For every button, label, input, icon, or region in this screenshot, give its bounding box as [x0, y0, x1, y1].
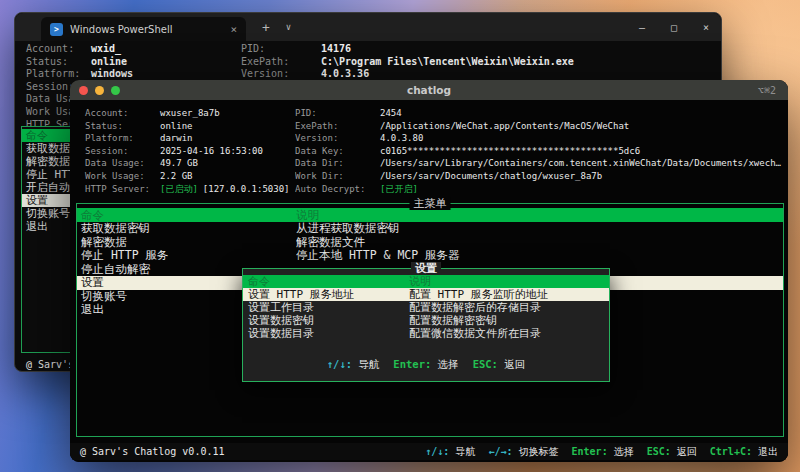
info-value: online — [160, 121, 193, 131]
info-value: C:\Program Files\Tencent\Weixin\Weixin.e… — [321, 56, 574, 67]
info-label: PID: — [241, 43, 321, 56]
menu-item-command: 获取数据密钥 — [77, 222, 296, 236]
minimize-traffic-light-icon[interactable] — [95, 86, 104, 95]
key-hint: ↑/↓: 导航 — [425, 445, 475, 459]
menu-item-description: 从进程获取数据密钥 — [296, 222, 783, 236]
settings-item-command: 设置数据密钥 — [243, 314, 409, 327]
key-name: ↑/↓: — [327, 358, 352, 370]
info-line: Version:4.0.3.36 — [241, 68, 721, 81]
close-traffic-light-icon[interactable] — [79, 86, 88, 95]
info-value: 2025-04-16 16:53:00 — [160, 146, 263, 156]
info-line: Platform:windows — [26, 68, 241, 81]
info-label: Data Key: — [295, 145, 380, 158]
info-value: wxid_ — [91, 43, 121, 54]
settings-dialog-header: 命令 说明 — [243, 275, 609, 288]
settings-item[interactable]: 设置 HTTP 服务地址配置 HTTP 服务监听的地址 — [243, 288, 609, 301]
info-line: PID:14176 — [241, 43, 721, 56]
settings-item[interactable]: 设置工作目录配置数据解密后的存储目录 — [243, 301, 609, 314]
info-value: /Applications/WeChat.app/Contents/MacOS/… — [380, 121, 629, 131]
info-label: PID: — [295, 107, 380, 120]
info-label: HTTP Server: — [85, 183, 160, 196]
key-name: ESC: — [473, 358, 498, 370]
status-enabled-badge: [已启动] — [160, 184, 198, 194]
powershell-tabbar: > Windows PowerShell × + ∨ – □ × — [15, 13, 721, 41]
zoom-traffic-light-icon[interactable] — [111, 86, 120, 95]
info-line: Account:wxuser_8a7b — [85, 107, 295, 120]
info-value: [127.0.0.1:5030] — [203, 184, 290, 194]
settings-item[interactable]: 设置数据目录配置微信数据文件所在目录 — [243, 327, 609, 340]
info-value: online — [91, 56, 127, 67]
info-line: PID:2454 — [295, 107, 788, 120]
main-menu-header: 命令 说明 — [77, 208, 783, 222]
info-value: wxuser_8a7b — [160, 108, 220, 118]
key-name: ESC: — [647, 446, 671, 457]
info-label: Work Usage: — [85, 170, 160, 183]
info-line: Auto Decrypt:[已开启] — [295, 183, 788, 196]
tab-windows-powershell[interactable]: > Windows PowerShell × — [41, 17, 246, 41]
status-key-hints: ↑/↓: 导航←/→: 切换标签Enter: 选择ESC: 返回Ctrl+C: … — [425, 445, 778, 459]
info-label: Status: — [85, 120, 160, 133]
info-label: Version: — [295, 132, 380, 145]
key-name: ↑/↓: — [425, 446, 449, 457]
info-value: darwin — [160, 133, 193, 143]
settings-item-command: 设置数据目录 — [243, 327, 409, 340]
info-label: ExePath: — [241, 56, 321, 69]
settings-item-description: 配置 HTTP 服务监听的地址 — [409, 288, 609, 301]
tab-close-icon[interactable]: × — [230, 23, 237, 36]
info-value: 49.7 GB — [160, 158, 198, 168]
info-label: Account: — [26, 43, 91, 56]
maximize-icon[interactable]: □ — [671, 22, 677, 33]
menu-item[interactable]: 解密数据解密数据文件 — [77, 236, 783, 250]
chatlog-window: chatlog ⌥⌘2 Account:wxuser_8a7bStatus:on… — [70, 80, 788, 462]
info-line: Data Dir:/Users/sarv/Library/Containers/… — [295, 157, 788, 170]
info-value: 4.0.3.80 — [380, 133, 423, 143]
chatlog-terminal-content: Account:wxuser_8a7bStatus:onlinePlatform… — [70, 100, 788, 462]
info-label: Session: — [85, 145, 160, 158]
info-line: Status:online — [85, 120, 295, 133]
close-icon[interactable]: × — [703, 22, 709, 33]
desktop-wallpaper: > Windows PowerShell × + ∨ – □ × Account… — [0, 0, 800, 472]
tab-dropdown-icon[interactable]: ∨ — [286, 22, 291, 32]
info-line: Version:4.0.3.80 — [295, 132, 788, 145]
menu-item-description: 停止本地 HTTP & MCP 服务器 — [296, 249, 783, 263]
settings-item-description: 配置微信数据文件所在目录 — [409, 327, 609, 340]
info-label: Auto Decrypt: — [295, 183, 380, 196]
column-command: 命令 — [243, 275, 409, 288]
settings-item-description: 配置数据解密后的存储目录 — [409, 301, 609, 314]
settings-item[interactable]: 设置数据密钥配置数据解密密钥 — [243, 314, 609, 327]
window-caption-buttons: – □ × — [639, 13, 709, 41]
powershell-icon: > — [50, 23, 63, 36]
info-line: Session:2025-04-16 16:53:00 — [85, 145, 295, 158]
minimize-icon[interactable]: – — [639, 22, 645, 33]
info-label: Work Dir: — [295, 170, 380, 183]
info-label: Account: — [85, 107, 160, 120]
menu-item-command: 解密数据 — [77, 236, 296, 250]
settings-item-description: 配置数据解密密钥 — [409, 314, 609, 327]
settings-item-command: 设置 HTTP 服务地址 — [243, 288, 409, 301]
menu-item[interactable]: 停止 HTTP 服务停止本地 HTTP & MCP 服务器 — [77, 249, 783, 263]
settings-dialog: 设置 命令 说明 设置 HTTP 服务地址配置 HTTP 服务监听的地址设置工作… — [242, 268, 610, 382]
window-shortcut-badge: ⌥⌘2 — [758, 85, 776, 96]
info-line: Work Dir:/Users/sarv/Documents/chatlog/w… — [295, 170, 788, 183]
dialog-key-hints: ↑/↓: 导航Enter: 选择ESC: 返回 — [243, 358, 609, 372]
info-value: /Users/sarv/Documents/chatlog/wxuser_8a7… — [380, 171, 602, 181]
menu-item[interactable]: 获取数据密钥从进程获取数据密钥 — [77, 222, 783, 236]
info-label: Data Usage: — [85, 157, 160, 170]
ps-footer-text: @ Sarv's — [26, 359, 74, 372]
tab-title: Windows PowerShell — [70, 24, 223, 35]
info-line: HTTP Server:[已启动][127.0.0.1:5030] — [85, 183, 295, 196]
info-label: Version: — [241, 68, 321, 81]
info-line: ExePath:/Applications/WeChat.app/Content… — [295, 120, 788, 133]
info-line: Data Key:c0165**************************… — [295, 145, 788, 158]
new-tab-button[interactable]: + — [262, 20, 270, 35]
key-hint: Ctrl+C: 退出 — [710, 445, 778, 459]
key-name: ←/→: — [488, 446, 512, 457]
info-value: /Users/sarv/Library/Containers/com.tence… — [380, 158, 781, 168]
session-info: Account:wxuser_8a7bStatus:onlinePlatform… — [70, 100, 788, 195]
info-line: Work Usage:2.2 GB — [85, 170, 295, 183]
chatlog-titlebar[interactable]: chatlog ⌥⌘2 — [70, 80, 788, 100]
info-label: Data Dir: — [295, 157, 380, 170]
info-label: Platform: — [85, 132, 160, 145]
info-line: ExePath:C:\Program Files\Tencent\Weixin\… — [241, 56, 721, 69]
menu-item-description: 解密数据文件 — [296, 236, 783, 250]
